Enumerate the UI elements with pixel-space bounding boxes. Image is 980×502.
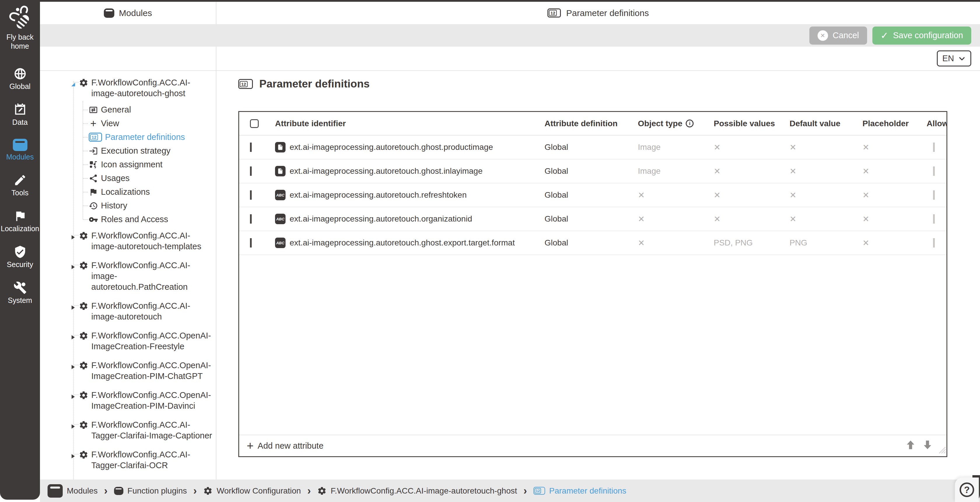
object-type: ✕	[638, 238, 714, 248]
tree-item-parameter-definitions[interactable]: 12 Parameter definitions	[40, 130, 216, 144]
parameter-table: Attribute identifier Attribute definitio…	[238, 111, 947, 457]
add-new-attribute-row[interactable]: + Add new attribute	[239, 435, 947, 456]
breadcrumb-item-function-plugins[interactable]: Function plugins	[114, 486, 187, 496]
tree-item-view[interactable]: + View	[40, 117, 216, 130]
tree-node-root[interactable]: F.WorkflowConfig.ACC.AI-image-autoretouc…	[40, 73, 216, 103]
gear-icon	[317, 486, 327, 496]
row-checkbox[interactable]	[250, 167, 252, 176]
tree-node-label: F.WorkflowConfig.ACC.AI-image-autoretouc…	[91, 260, 212, 292]
sidebar-item-localization[interactable]: Localization	[0, 209, 40, 233]
tree-item-history[interactable]: History	[40, 199, 216, 213]
table-row[interactable]: ext.ai-imageprocessing.autoretouch.ghost…	[239, 135, 947, 159]
sidebar-item-tools[interactable]: Tools	[0, 173, 40, 197]
tree-collapsed-arrow-icon[interactable]	[70, 451, 77, 462]
tree-node[interactable]: F.WorkflowConfig.ACC.AI-image-autoretouc…	[40, 297, 216, 326]
placeholder-value: ✕	[862, 191, 927, 200]
tree-item-label: Execution strategy	[101, 146, 171, 156]
cancel-button[interactable]: ✕ Cancel	[810, 27, 867, 44]
possible-values: ✕	[714, 167, 789, 176]
tree-collapsed-arrow-icon[interactable]	[70, 421, 77, 432]
tree-node[interactable]: F.WorkflowConfig.ACC.AI-image-autoretouc…	[40, 226, 216, 256]
select-all-checkbox[interactable]	[250, 119, 259, 128]
tree-expanded-arrow-icon[interactable]	[70, 79, 77, 90]
info-icon[interactable]: i	[686, 119, 694, 127]
tree-children: General + View 12 Parameter definitions …	[40, 103, 216, 226]
allow-checkbox[interactable]	[933, 191, 935, 200]
table-row[interactable]: ABC ext.ai-imageprocessing.autoretouch.g…	[239, 231, 947, 255]
tree-node-label: F.WorkflowConfig.ACC.OpenAI-ImageCreatio…	[91, 360, 212, 381]
tree-item-usages[interactable]: Usages	[40, 172, 216, 185]
app-sidebar: Fly back home Global Data Modules Tools …	[0, 0, 40, 500]
sidebar-item-global[interactable]: Global	[0, 67, 40, 91]
tree-collapsed-arrow-icon[interactable]	[70, 303, 77, 313]
tree-item-label: Icon assignment	[101, 160, 162, 169]
home-button[interactable]: Fly back home	[4, 4, 36, 51]
tree-node[interactable]: F.WorkflowConfig.ACC.AI-image-autoretouc…	[40, 256, 216, 297]
attribute-definition: Global	[544, 143, 638, 152]
tree-item-label: View	[101, 119, 119, 128]
tree-collapsed-arrow-icon[interactable]	[70, 262, 77, 273]
tree-item-label: Localizations	[101, 187, 150, 197]
sidebar-item-security[interactable]: Security	[0, 245, 40, 269]
sidebar-item-label: System	[8, 296, 32, 305]
tree-node[interactable]: F.WorkflowConfig.ACC.AI-image-tagging-pi…	[40, 475, 216, 480]
tree-node-label: F.WorkflowConfig.ACC.AI-image-autoretouc…	[91, 77, 212, 99]
text-attribute-icon: ABC	[275, 190, 286, 200]
placeholder-value: ✕	[862, 238, 927, 248]
tree-collapsed-arrow-icon[interactable]	[70, 362, 77, 373]
object-type: Image	[638, 167, 714, 176]
table-row[interactable]: ext.ai-imageprocessing.autoretouch.ghost…	[239, 159, 947, 183]
tree-node[interactable]: F.WorkflowConfig.ACC.OpenAI-ImageCreatio…	[40, 386, 216, 415]
text-attribute-icon: ABC	[275, 238, 286, 248]
icon-assignment-icon	[89, 160, 98, 169]
tree-node[interactable]: F.WorkflowConfig.ACC.AI-Tagger-Clarifai-…	[40, 415, 216, 445]
column-header-possible-values: Possible values	[714, 119, 789, 128]
help-button[interactable]: ?	[955, 478, 979, 502]
sidebar-item-system[interactable]: System	[0, 281, 40, 305]
attribute-identifier: ext.ai-imageprocessing.autoretouch.refre…	[290, 191, 467, 200]
sidebar-item-label: Data	[12, 118, 28, 127]
breadcrumb-item-workflow-config-ghost[interactable]: F.WorkflowConfig.ACC.AI-image-autoretouc…	[317, 486, 517, 496]
sidebar-item-label: Tools	[11, 189, 28, 197]
allow-checkbox[interactable]	[933, 238, 935, 248]
save-configuration-button[interactable]: ✓ Save configuration	[872, 27, 971, 44]
sidebar-item-data[interactable]: Data	[0, 103, 40, 127]
row-checkbox[interactable]	[250, 143, 252, 152]
sidebar-item-modules[interactable]: Modules	[0, 139, 40, 161]
flag-icon	[13, 209, 27, 223]
breadcrumb-item-parameter-definitions[interactable]: 12 Parameter definitions	[533, 486, 627, 496]
breadcrumb-item-workflow-configuration[interactable]: Workflow Configuration	[203, 486, 301, 496]
main-header-title: Parameter definitions	[566, 8, 649, 18]
column-header-object-type: Object type i	[638, 119, 714, 128]
tree-item-label: History	[101, 201, 127, 210]
row-checkbox[interactable]	[250, 214, 252, 224]
move-up-icon[interactable]	[905, 439, 916, 450]
table-row[interactable]: ABC ext.ai-imageprocessing.autoretouch.r…	[239, 183, 947, 207]
resize-handle[interactable]	[935, 443, 946, 456]
tree-item-localizations[interactable]: Localizations	[40, 185, 216, 199]
move-down-icon[interactable]	[922, 439, 933, 450]
row-checkbox[interactable]	[250, 238, 252, 248]
tree-node[interactable]: F.WorkflowConfig.ACC.OpenAI-ImageCreatio…	[40, 326, 216, 356]
globe-icon	[13, 67, 27, 81]
sidebar-item-label: Security	[7, 261, 33, 269]
tree-item-general[interactable]: General	[40, 103, 216, 117]
breadcrumb-item-modules[interactable]: Modules	[48, 484, 98, 498]
tree-item-roles-and-access[interactable]: Roles and Access	[40, 213, 216, 226]
tree-item-icon-assignment[interactable]: Icon assignment	[40, 158, 216, 172]
tree-node[interactable]: F.WorkflowConfig.ACC.OpenAI-ImageCreatio…	[40, 356, 216, 386]
table-row[interactable]: ABC ext.ai-imageprocessing.autoretouch.o…	[239, 207, 947, 231]
tree-item-execution-strategy[interactable]: Execution strategy	[40, 144, 216, 158]
tree-collapsed-arrow-icon[interactable]	[70, 232, 77, 243]
tree-node[interactable]: F.WorkflowConfig.ACC.AI-Tagger-Clarifai-…	[40, 445, 216, 475]
usages-icon	[89, 174, 98, 183]
gear-icon	[79, 231, 89, 243]
tree-collapsed-arrow-icon[interactable]	[70, 392, 77, 403]
allow-checkbox[interactable]	[933, 214, 935, 224]
language-selector[interactable]: EN	[937, 51, 971, 67]
possible-values: ✕	[714, 191, 789, 200]
tree-collapsed-arrow-icon[interactable]	[70, 332, 77, 343]
allow-checkbox[interactable]	[933, 143, 935, 152]
allow-checkbox[interactable]	[933, 167, 935, 176]
row-checkbox[interactable]	[250, 191, 252, 200]
